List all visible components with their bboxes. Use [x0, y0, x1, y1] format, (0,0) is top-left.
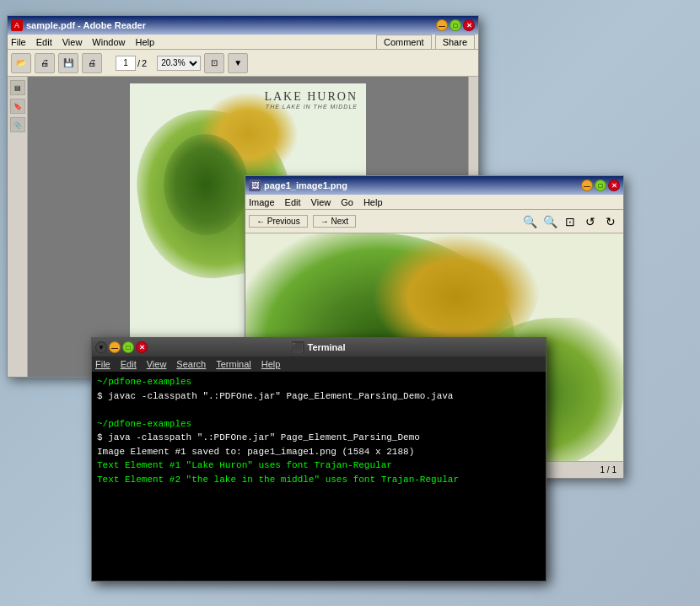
zoom-fit-button[interactable]: ⊡: [561, 212, 579, 231]
term-menu-view[interactable]: View: [147, 359, 167, 369]
prev-button[interactable]: ← Previous: [249, 215, 308, 228]
print-button[interactable]: 🖨: [35, 53, 55, 73]
page-input[interactable]: 1: [116, 56, 136, 71]
menu-edit[interactable]: Edit: [36, 37, 52, 47]
terminal-close-button[interactable]: ✕: [136, 341, 148, 353]
page-separator: /: [137, 58, 140, 68]
terminal-max-button[interactable]: □: [122, 341, 134, 353]
adobe-icon: A: [11, 19, 23, 31]
terminal-line-2: $ javac -classpath ".:PDFOne.jar" Page_E…: [97, 389, 541, 404]
image-minimize-button[interactable]: —: [581, 180, 593, 191]
open-button[interactable]: 📂: [11, 53, 31, 73]
terminal-minimize-button[interactable]: ▼: [95, 341, 107, 353]
terminal-titlebar: ▼ — □ ✕ ⬛ Terminal: [92, 338, 546, 357]
terminal-line-8: Text Element #2 "the lake in the middle"…: [97, 473, 541, 487]
image-menubar: Image Edit View Go Help: [245, 195, 623, 210]
terminal-icon: ⬛: [292, 341, 304, 353]
term-menu-search[interactable]: Search: [176, 359, 206, 369]
terminal-line-4: ~/pdfone-examples: [97, 417, 541, 432]
terminal-window: ▼ — □ ✕ ⬛ Terminal File Edit View Search…: [91, 337, 547, 582]
terminal-menubar: File Edit View Search Terminal Help: [92, 357, 546, 372]
rotate-left-button[interactable]: ↺: [581, 212, 600, 231]
image-maximize-button[interactable]: □: [595, 180, 606, 191]
img-menu-view[interactable]: View: [311, 197, 331, 207]
terminal-line-3: [97, 403, 541, 417]
img-menu-go[interactable]: Go: [341, 197, 353, 207]
terminal-line-7: Text Element #1 "Lake Huron" uses font T…: [97, 459, 541, 473]
fit-button[interactable]: ⊡: [204, 53, 224, 73]
adobe-window-controls: — □ ✕: [436, 19, 475, 31]
image-page-info: 1 / 1: [600, 465, 617, 475]
page-navigation: 1 / 2: [116, 56, 147, 71]
image-titlebar: 🖼 page1_image1.png — □ ✕: [245, 176, 623, 195]
nav-arrows: ← Previous → Next: [249, 215, 356, 228]
term-menu-file[interactable]: File: [95, 359, 110, 369]
zoom-dropdown-button[interactable]: ▼: [228, 53, 248, 73]
adobe-titlebar-left: A sample.pdf - Adobe Reader: [11, 19, 146, 31]
map-green2-region: [164, 134, 248, 235]
sidebar-attachments-icon[interactable]: 📎: [10, 117, 25, 132]
adobe-maximize-button[interactable]: □: [450, 19, 461, 31]
terminal-line-6: Image Element #1 saved to: page1_image1.…: [97, 445, 541, 459]
adobe-title: sample.pdf - Adobe Reader: [26, 20, 146, 30]
rotate-controls: ↺ ↻: [581, 212, 620, 231]
menu-window[interactable]: Window: [92, 37, 125, 47]
comment-button[interactable]: Comment: [376, 35, 432, 50]
share-button[interactable]: Share: [435, 35, 475, 50]
terminal-line-1: ~/pdfone-examples: [97, 375, 541, 389]
terminal-content: ~/pdfone-examples $ javac -classpath ".:…: [92, 372, 546, 581]
image-close-button[interactable]: ✕: [608, 180, 620, 191]
zoom-controls: 🔍 🔍 ⊡: [520, 212, 579, 231]
image-toolbar: ← Previous → Next 🔍 🔍 ⊡ ↺ ↻: [245, 210, 623, 233]
term-menu-edit[interactable]: Edit: [121, 359, 137, 369]
adobe-comment-share: Comment Share: [376, 35, 475, 50]
menu-view[interactable]: View: [62, 37, 83, 47]
terminal-title: ⬛ Terminal: [292, 341, 345, 353]
menu-file[interactable]: File: [11, 37, 26, 47]
page-total: 2: [142, 58, 147, 68]
adobe-titlebar: A sample.pdf - Adobe Reader — □ ✕: [8, 16, 478, 35]
zoom-in-button[interactable]: 🔍: [520, 212, 539, 231]
adobe-minimize-button[interactable]: —: [436, 19, 448, 31]
term-menu-help[interactable]: Help: [261, 359, 281, 369]
image-titlebar-left: 🖼 page1_image1.png: [249, 180, 347, 191]
adobe-toolbar: 📂 🖨 💾 🖨 1 / 2 20.3% 50% 100% ⊡ ▼: [8, 50, 478, 77]
terminal-title-text: Terminal: [307, 342, 345, 352]
image-title: page1_image1.png: [264, 180, 347, 190]
zoom-out-button[interactable]: 🔍: [541, 212, 559, 231]
image-window-controls: — □ ✕: [581, 180, 620, 191]
terminal-line-5: $ java -classpath ".:PDFOne.jar" Page_El…: [97, 431, 541, 445]
terminal-window-controls: ▼ — □ ✕: [95, 341, 148, 353]
sidebar-pages-icon[interactable]: ▤: [10, 80, 25, 95]
img-menu-help[interactable]: Help: [363, 197, 383, 207]
image-icon: 🖼: [249, 180, 261, 191]
adobe-sidebar: ▤ 🔖 📎: [8, 77, 28, 377]
menu-help[interactable]: Help: [135, 37, 154, 47]
adobe-menubar: File Edit View Window Help Comment Share: [8, 35, 478, 50]
sidebar-bookmarks-icon[interactable]: 🔖: [10, 99, 25, 114]
img-menu-edit[interactable]: Edit: [285, 197, 301, 207]
zoom-select[interactable]: 20.3% 50% 100%: [157, 56, 201, 71]
save-button[interactable]: 💾: [58, 53, 78, 73]
terminal-min-button[interactable]: —: [109, 341, 121, 353]
lake-huron-title-area: LAKE HURON THE LAKE IN THE MIDDLE: [264, 90, 358, 110]
img-menu-image[interactable]: Image: [249, 197, 275, 207]
print2-button[interactable]: 🖨: [82, 53, 102, 73]
term-menu-terminal[interactable]: Terminal: [216, 359, 251, 369]
next-button[interactable]: → Next: [313, 215, 356, 228]
lake-subtitle-text: THE LAKE IN THE MIDDLE: [264, 104, 358, 110]
lake-name-text: LAKE HURON: [264, 90, 358, 104]
adobe-close-button[interactable]: ✕: [463, 19, 475, 31]
rotate-right-button[interactable]: ↻: [601, 212, 620, 231]
